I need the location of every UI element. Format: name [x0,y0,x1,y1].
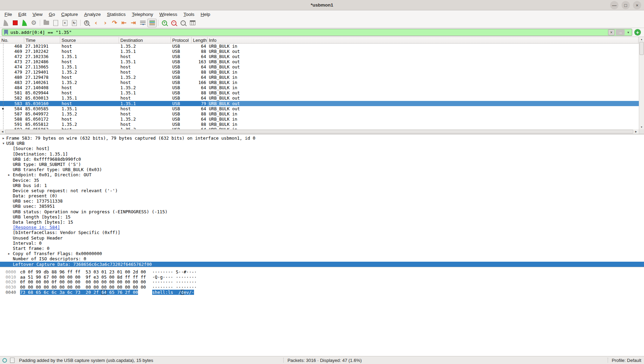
maximize-button[interactable]: □ [622,1,630,9]
column-header-info[interactable]: Info [208,37,638,43]
detail-line[interactable]: Device setup request: not relevant ('-') [0,188,644,193]
menu-statistics[interactable]: Statistics [104,11,129,18]
detail-line[interactable]: ▸Frame 583: 79 bytes on wire (632 bits),… [0,136,644,141]
packet-row-591[interactable]: 59185.0558121.35.2hostUSB88URB_BULK in [0,122,644,127]
detail-line[interactable]: ▸Copy of Transfer Flags: 0x00000000 [0,251,644,256]
detail-line[interactable]: Data length [bytes]: 15 [0,220,644,225]
packet-row-584[interactable]: 58485.0305851.35.1hostUSB64URB_BULK out [0,106,644,111]
go-first-button[interactable]: ⇤ [119,19,129,27]
filter-dropdown-icon[interactable]: ▾ [627,30,629,34]
packet-row-480[interactable]: 48027.129478host1.35.2USB64URB_BULK in [0,75,644,80]
zoom-out-button[interactable]: − [169,19,178,27]
detail-line[interactable]: Device: 35 [0,178,644,183]
menu-view[interactable]: View [29,11,46,18]
profile-label[interactable]: Profile: Default [612,358,641,363]
packet-row-583[interactable]: 58385.030160host1.35.1USB79URB_BULK out [0,101,644,106]
close-button[interactable]: × [633,1,641,9]
detail-line[interactable]: Number of ISO descriptors: 0 [0,256,644,261]
capture-options-button[interactable]: ⚙ [29,19,38,27]
column-header-source[interactable]: Source [60,37,119,43]
zoom-in-button[interactable]: + [160,19,169,27]
reload-file-button[interactable]: ↻ [70,19,79,27]
capture-status-icon[interactable] [2,358,7,363]
column-header-time[interactable]: Time [24,37,60,43]
menu-go[interactable]: Go [46,11,58,18]
go-forward-button[interactable]: › [101,19,110,27]
detail-line[interactable]: URB type: URB_SUBMIT ('S') [0,162,644,167]
packet-row-483[interactable]: 48327.1402611.35.2hostUSB166URB_BULK in [0,80,644,85]
menu-edit[interactable]: Edit [15,11,29,18]
packet-row-581[interactable]: 58185.029944host1.35.1USB88URB_BULK out [0,90,644,95]
detail-line[interactable]: URB length [bytes]: 15 [0,214,644,220]
packet-row-484[interactable]: 48427.140408host1.35.2USB64URB_BULK in [0,85,644,90]
scrollbar-thumb[interactable] [640,42,644,55]
save-file-button[interactable] [51,19,60,27]
stop-capture-button[interactable] [10,19,20,27]
detail-line[interactable]: Data: present (0) [0,193,644,198]
detail-line[interactable]: [Source: host] [0,146,644,151]
open-file-button[interactable] [42,19,51,27]
resize-columns-button[interactable] [188,19,197,27]
column-header-destination[interactable]: Destination [119,37,171,43]
zoom-original-button[interactable]: ▫ [178,19,188,27]
detail-line[interactable]: URB transfer type: URB_BULK (0x03) [0,167,644,172]
menu-wireless[interactable]: Wireless [156,11,181,18]
bookmark-icon[interactable] [4,30,8,35]
go-back-button[interactable]: ‹ [91,19,101,27]
go-last-button[interactable]: ⇥ [129,19,138,27]
detail-line[interactable]: URB sec: 1737511338 [0,198,644,204]
packet-row-472[interactable]: 47227.1023361.35.1hostUSB64URB_BULK out [0,54,644,59]
detail-line[interactable]: [bInterfaceClass: Vendor Specific (0xff)… [0,230,644,235]
restart-capture-button[interactable] [20,19,29,27]
detail-line[interactable]: ▸Endpoint: 0x01, Direction: OUT [0,172,644,177]
menu-file[interactable]: File [1,11,15,18]
detail-line[interactable]: Unused Setup Header [0,235,644,241]
column-header-length[interactable]: Length [192,37,208,43]
detail-line[interactable]: Interval: 0 [0,241,644,246]
scroll-left-icon[interactable]: ◀ [0,129,5,134]
close-file-button[interactable]: × [60,19,70,27]
scroll-up-icon[interactable]: ▲ [639,37,644,41]
packet-row-588[interactable]: 58885.050172host1.35.2USB64URB_BULK in [0,116,644,122]
hex-row-0000[interactable]: 0000c0 0f 99 db 88 96 ff ff 53 03 01 23 … [0,270,644,275]
start-capture-button[interactable] [1,19,10,27]
menu-capture[interactable]: Capture [58,11,81,18]
apply-filter-icon[interactable]: → [616,29,625,35]
detail-line[interactable]: URB id: 0xffff9688db990fc0 [0,157,644,162]
menu-analyze[interactable]: Analyze [81,11,104,18]
packet-row-582[interactable]: 58285.0300131.35.1hostUSB64URB_BULK out [0,95,644,101]
packet-row-479[interactable]: 47927.1294011.35.2hostUSB88URB_BULK in [0,69,644,75]
hex-row-0020[interactable]: 00200f 00 00 00 0f 00 00 00 00 00 00 00 … [0,280,644,285]
display-filter-input[interactable]: usb.addr[0:4] == "1.35" × → ▾ [2,29,632,36]
expander-collapsed-icon[interactable]: ▸ [2,136,5,141]
colorize-button[interactable] [147,19,157,27]
packet-list-scrollbar[interactable]: ▲ ▼ [639,37,644,129]
auto-scroll-button[interactable] [138,19,147,27]
clear-filter-icon[interactable]: × [608,29,615,35]
hex-row-0010[interactable]: 0010aa 51 90 67 00 00 00 00 9f e3 05 00 … [0,275,644,280]
hex-row-0040[interactable]: 004073 68 65 6c 6c 3a 6c 73 20 2f 64 65 … [0,290,644,295]
find-packet-button[interactable]: A [82,19,91,27]
detail-line[interactable]: URB status: Operation now in progress (-… [0,209,644,214]
detail-line-selected[interactable]: Leftover Capture Data: 7368656c6c3a6c732… [0,262,644,267]
scroll-right-icon[interactable]: ▶ [634,129,638,134]
detail-line[interactable]: URB usec: 385951 [0,204,644,209]
minimize-button[interactable]: — [610,1,618,9]
column-header-protocol[interactable]: Protocol [171,37,192,43]
expert-info-icon[interactable] [10,358,15,363]
hex-row-0030[interactable]: 003000 00 00 00 00 00 00 00 00 00 00 00 … [0,285,644,290]
detail-line[interactable]: Start frame: 0 [0,246,644,251]
expander-collapsed-icon[interactable]: ▸ [7,172,11,177]
menu-tools[interactable]: Tools [181,11,198,18]
detail-line[interactable]: ▾USB URB [0,141,644,146]
menu-telephony[interactable]: Telephony [129,11,156,18]
packet-row-469[interactable]: 46927.102242host1.35.1USB88URB_BULK out [0,49,644,54]
response-link[interactable]: [Response in: 584] [0,225,644,230]
packet-row-474[interactable]: 47427.1130651.35.1hostUSB64URB_BULK out [0,64,644,69]
column-header-no[interactable]: No. [0,37,24,43]
packet-row-473[interactable]: 47327.102486host1.35.1USB163URB_BULK out [0,59,644,64]
detail-line[interactable]: URB bus id: 1 [0,183,644,188]
detail-line[interactable]: [Destination: 1.35.1] [0,151,644,157]
expander-expanded-icon[interactable]: ▾ [2,141,5,146]
horizontal-scrollbar[interactable]: ◀ ▶ [0,129,644,134]
